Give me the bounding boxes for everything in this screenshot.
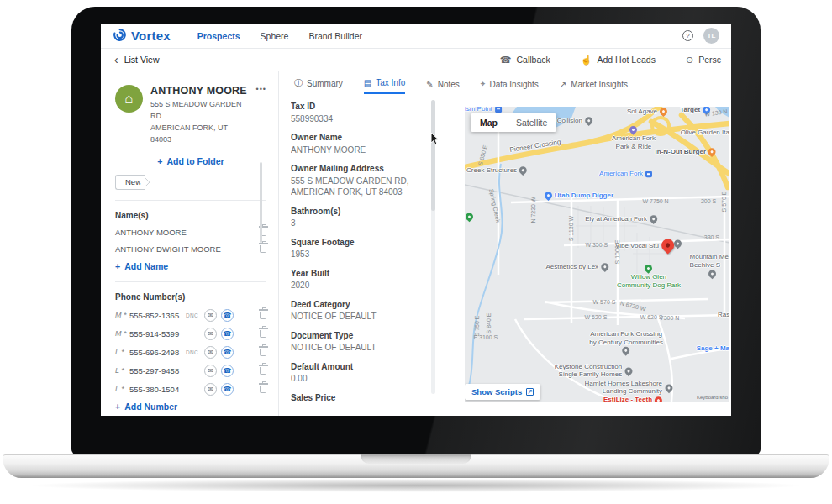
divider [115,281,266,282]
field-label: Year Built [291,269,435,278]
map-marker[interactable]: Olive Garden Italian [681,129,729,137]
tab-label: Data Insights [489,80,538,89]
sms-icon[interactable]: ✉ [204,383,217,396]
delete-icon[interactable] [260,245,266,253]
map-view-button[interactable]: Map [471,113,507,132]
map-marker[interactable]: S 1000 E [606,249,630,255]
fields-scrollbar-thumb[interactable] [431,100,435,211]
call-icon[interactable]: ☎ [221,346,234,359]
show-scripts-button[interactable]: Show Scripts ↗ [465,384,540,400]
tab[interactable]: ↗ Market Insights [560,80,628,94]
toolbar-action-button[interactable]: ☝ Add Hot Leads [581,55,656,66]
delete-icon[interactable] [260,330,266,338]
map-marker[interactable]: S 840 E [479,320,500,327]
map-marker[interactable]: Willow Glen Community Dog Park [617,265,681,289]
call-icon[interactable]: ☎ [221,328,234,340]
back-to-list-button[interactable]: ‹ List View [114,54,160,66]
property-map[interactable]: Prism Point Caliber Collision Sol Agave [465,107,729,402]
delete-icon[interactable] [260,386,266,393]
help-icon[interactable]: ? [682,30,693,41]
delete-icon[interactable] [260,312,266,319]
map-pin-icon [465,212,475,223]
map-pin-icon [623,365,634,376]
add-name-button[interactable]: + Add Name [115,261,168,271]
map-marker[interactable]: American Fork Crossing by Century Commun… [589,330,663,354]
call-icon[interactable]: ☎ [221,309,234,322]
contact-name: ANTHONY MOORE [150,85,249,97]
new-tag[interactable]: New [115,175,145,190]
map-marker[interactable]: N 6720 W [619,303,645,310]
nav-link[interactable]: Prospects [197,31,240,41]
map-marker[interactable]: S 850 E [473,152,494,159]
map-label: Keystone Construction Single Family Home… [555,363,623,379]
map-marker[interactable]: W 7750 N [643,198,669,205]
map-marker[interactable]: Hamlet Homes Lakeshore Landing Community [585,380,672,396]
map-marker[interactable]: W 130 N [704,110,727,117]
map-marker[interactable]: W 570 S [593,299,616,306]
map-marker[interactable] [674,239,684,247]
names-section-title: Name(s) [115,211,266,220]
plus-icon: + [115,261,120,271]
map-marker[interactable]: Aesthetics by Lex [545,263,608,271]
field-value: 0.00 [291,373,435,385]
map-marker[interactable]: y Creek Structures [465,166,527,175]
tab[interactable]: ⓘ Summary [294,77,343,94]
map-attribution: Keyboard sho [697,395,728,400]
sms-icon[interactable]: ✉ [204,309,217,322]
sms-icon[interactable]: ✉ [204,328,217,340]
tax-field: Bathroom(s) 3 [291,207,435,229]
field-value: 558990334 [291,113,435,125]
map-marker[interactable]: 330 S [704,234,719,241]
map-marker[interactable]: Prism Point [465,107,502,113]
tab[interactable]: ▤ Tax Info [364,78,405,94]
map-marker[interactable]: 7300 N [661,315,680,322]
map-marker[interactable]: In-N-Out Burger [656,148,716,156]
map-marker[interactable]: W 350 S [585,242,608,249]
brand-logo[interactable]: Vortex [113,28,171,44]
sms-icon[interactable]: ✉ [204,365,217,377]
map-marker[interactable]: W 620 S [584,314,607,321]
tax-info-fields: Tax ID 558990334 Owner Name ANTHONY MOOR… [291,102,435,402]
map-marker[interactable]: Utah Dump Digger [545,192,613,200]
map-label: S 570 E [721,192,728,213]
map-marker[interactable]: Mountain Mea Beehive S [690,254,729,270]
map-marker[interactable]: EstiLize - Teeth [603,396,662,402]
more-options-icon[interactable]: ••• [256,85,266,146]
map-marker[interactable]: Ras [718,311,729,319]
map-marker[interactable]: W 620 S [640,314,663,321]
map-marker[interactable] [466,213,476,220]
user-avatar[interactable]: TL [703,28,719,44]
map-marker[interactable] [708,270,719,278]
map-marker[interactable]: Sage + Main [697,344,729,353]
map-marker[interactable]: Sol Agave [627,108,667,116]
delete-icon[interactable] [260,349,266,356]
laptop-shadow [25,479,807,492]
nav-link[interactable]: Sphere [261,31,289,41]
map-marker[interactable]: American Fork Park & Ride [612,126,656,150]
tab-label: Tax Info [376,78,405,87]
map-marker[interactable]: S 1130 W [559,225,584,232]
sms-icon[interactable]: ✉ [204,346,217,359]
map-marker[interactable]: Keystone Construction Single Family Home… [555,363,633,379]
map-marker[interactable]: Pioneer Crossing [509,142,561,150]
map-marker[interactable]: E 3100 S [473,334,498,341]
phone-row: L * 555-380-1504 ✉ ☎ [115,383,266,396]
left-panel-scrollbar[interactable] [260,162,262,243]
map-marker[interactable]: N 7230 W [520,207,546,213]
map-marker[interactable]: Spring Creek [477,202,512,209]
map-marker[interactable]: American Fork [599,170,652,178]
call-icon[interactable]: ☎ [221,365,234,377]
delete-icon[interactable] [260,367,266,375]
add-to-folder-button[interactable]: + Add to Folder [157,156,224,166]
tab-label: Notes [438,80,460,89]
add-number-button[interactable]: + Add Number [115,402,177,412]
nav-link[interactable]: Brand Builder [308,31,362,41]
map-marker[interactable]: S 570 E [714,198,729,205]
call-icon[interactable]: ☎ [221,383,234,396]
toolbar-action-button[interactable]: ☎ Callback [500,55,550,66]
tab[interactable]: ✎ Notes [426,80,460,94]
map-marker[interactable]: Ely at American Fork [585,215,657,223]
satellite-view-button[interactable]: Satellite [507,113,556,132]
tab[interactable]: ⌖ Data Insights [481,79,539,94]
toolbar-action-button[interactable]: ⊙ Persc [686,55,721,66]
